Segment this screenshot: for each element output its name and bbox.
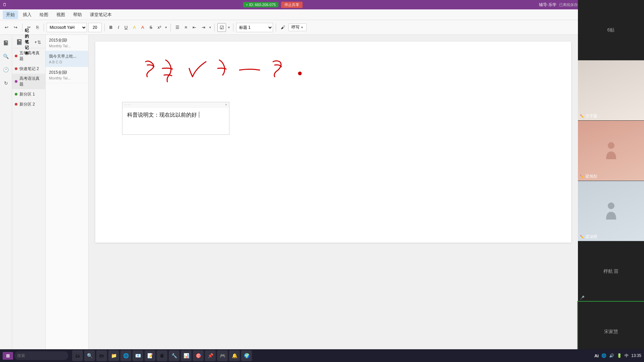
section-quicknote[interactable]: 快速笔记 2 xyxy=(12,64,45,74)
taskbar: ⊞ 🗂 🔍 🗁 📁 🌐 📧 📝 🖥 🔧 📊 🎯 📌 🎮 🔔 🌍 Ai 🌐 🔊 🔋… xyxy=(0,349,644,362)
person-silhouette-2 xyxy=(604,201,618,221)
section-label: 高考语法真题 xyxy=(19,76,43,87)
text-box-text: 科普说明文：现在比以前的好 xyxy=(127,112,197,118)
notebook-header: 📓 纪 的笔记本 ▼ ⇅ xyxy=(12,36,45,48)
notebook-header-left: 📓 纪 的笔记本 ▼ xyxy=(16,28,37,56)
text-box[interactable]: · · · · × 科普说明文：现在比以前的好 xyxy=(122,102,229,135)
indent-button[interactable]: ⇥ xyxy=(200,24,207,31)
page-canvas: · · · · × 科普说明文：现在比以前的好 xyxy=(95,42,571,243)
text-cursor xyxy=(199,112,199,118)
sort-icon[interactable]: ⇅ xyxy=(37,40,41,45)
right-panel: 6贴 王宇森 梁旭彤 梁深橙 桴 xyxy=(578,0,644,362)
video-slot-1: 6贴 xyxy=(578,0,644,60)
video-name-4: 梁深橙 xyxy=(580,234,597,240)
writing-button[interactable]: 呼写 ▼ xyxy=(288,23,307,31)
section-label: 新分区 1 xyxy=(19,92,35,97)
checkbox-button[interactable]: ☑ xyxy=(217,23,226,32)
taskbar-app-6[interactable]: 📧 xyxy=(132,350,143,361)
taskbar-search[interactable] xyxy=(14,351,68,360)
style-select[interactable]: 标题 1 xyxy=(236,23,273,32)
stop-share-button[interactable]: 停止共享 xyxy=(281,2,303,8)
section-grammar[interactable]: 高考语法真题 xyxy=(12,74,45,89)
section-dot xyxy=(15,67,17,70)
taskbar-app-7[interactable]: 📝 xyxy=(145,350,155,361)
format-painter-button[interactable]: 🖌 xyxy=(279,24,287,31)
taskbar-app-3[interactable]: 🗁 xyxy=(96,350,107,361)
video-slot-4: 梁深橙 xyxy=(578,181,644,241)
taskbar-app-15[interactable]: 🌍 xyxy=(241,350,252,361)
toolbar: ↩ ↪ ✂ ⎘ Microsoft YaH B I U A A S̶ x² ▼ … xyxy=(0,20,644,35)
taskbar-app-13[interactable]: 🎮 xyxy=(217,350,228,361)
underline-button[interactable]: U xyxy=(122,24,129,31)
slot-name-1: 6贴 xyxy=(607,27,615,33)
writing-dropdown-arrow: ▼ xyxy=(301,26,304,29)
section-new2[interactable]: 新分区 2 xyxy=(12,99,45,109)
italic-button[interactable]: I xyxy=(116,24,121,31)
highlight-button[interactable]: A xyxy=(131,24,138,31)
taskbar-app-9[interactable]: 🔧 xyxy=(169,350,179,361)
taskbar-app-10[interactable]: 📊 xyxy=(181,350,192,361)
taskbar-app-2[interactable]: 🔍 xyxy=(84,350,95,361)
taskbar-app-8[interactable]: 🖥 xyxy=(157,350,167,361)
sidebar-tool-history[interactable]: 🕐 xyxy=(2,66,10,74)
taskbar-battery-icon: 🔋 xyxy=(617,353,622,358)
taskbar-app-1[interactable]: 🗂 xyxy=(72,350,83,361)
person-silhouette xyxy=(604,141,618,161)
sidebar-tool-sync[interactable]: ↻ xyxy=(2,79,10,87)
sidebar-tool-search[interactable]: 🔍 xyxy=(2,52,10,60)
menu-view[interactable]: 视图 xyxy=(53,10,68,19)
font-family-select[interactable]: Microsoft YaH xyxy=(47,23,87,32)
numbering-button[interactable]: ≡ xyxy=(183,24,190,31)
menu-insert[interactable]: 插入 xyxy=(19,10,35,19)
section-label: 快速笔记 2 xyxy=(19,66,39,72)
taskbar-app-11[interactable]: 🎯 xyxy=(193,350,204,361)
notebook-icon: 📓 xyxy=(16,39,23,45)
ai-label: Ai xyxy=(594,353,599,358)
bullets-button[interactable]: ☰ xyxy=(173,24,181,31)
id-label: ID: 660-206-075 xyxy=(249,3,276,7)
taskbar-app-12[interactable]: 📌 xyxy=(205,350,216,361)
undo-button[interactable]: ↩ xyxy=(3,24,10,31)
menu-notebook[interactable]: 课堂笔记本 xyxy=(87,10,115,19)
taskbar-app-5[interactable]: 🌐 xyxy=(120,350,131,361)
handwriting-svg xyxy=(129,55,364,88)
page-item-1[interactable]: 2015全国I Monthly Tal... xyxy=(46,35,88,51)
slot-name-6: 宋家慧 xyxy=(604,329,618,335)
outdent-button[interactable]: ⇤ xyxy=(191,24,198,31)
superscript-button[interactable]: x² xyxy=(156,24,163,31)
notebook-dropdown-arrow[interactable]: ▼ xyxy=(34,41,37,44)
title-bar: 🗒 ID: 660-206-075 停止共享 辅导·乐学 已离线保存(错误) 🔍… xyxy=(0,0,644,9)
id-badge: ID: 660-206-075 xyxy=(243,2,278,7)
svg-point-1 xyxy=(608,142,614,149)
mic-muted-icon: 🎤 xyxy=(580,296,585,300)
taskbar-app-14[interactable]: 🔔 xyxy=(229,350,240,361)
font-color-button[interactable]: A xyxy=(139,24,146,31)
format-dropdown-arrow[interactable]: ▼ xyxy=(165,26,168,29)
text-box-close[interactable]: × xyxy=(225,103,227,107)
writing-label: 呼写 xyxy=(291,24,300,30)
taskbar-app-4[interactable]: 📁 xyxy=(108,350,119,361)
page-item-2[interactable]: 我今天早上吃... A B C D xyxy=(46,51,88,67)
taskbar-start-button[interactable]: ⊞ xyxy=(3,352,13,360)
page-item-3[interactable]: 2015全国I Monthly Tal... xyxy=(46,67,88,83)
toolbar-sep-6 xyxy=(233,23,233,32)
strikethrough-button[interactable]: S̶ xyxy=(148,24,154,31)
menu-bar: 开始 插入 绘图 视图 帮助 课堂笔记本 共享 xyxy=(0,9,644,20)
page-title: 2015全国I xyxy=(49,70,85,75)
text-box-content[interactable]: 科普说明文：现在比以前的好 xyxy=(122,108,229,134)
list-dropdown-arrow[interactable]: ▼ xyxy=(209,26,212,29)
menu-help[interactable]: 帮助 xyxy=(70,10,85,19)
title-bar-left: 🗒 xyxy=(3,2,7,7)
menu-start[interactable]: 开始 xyxy=(3,10,18,19)
bold-button[interactable]: B xyxy=(107,24,114,31)
section-new1[interactable]: 新分区 1 xyxy=(12,89,45,99)
sidebar-tool-notebook[interactable]: 📓 xyxy=(2,39,10,47)
checkbox-dropdown-arrow[interactable]: ▼ xyxy=(227,26,230,29)
taskbar-network-icon: 🌐 xyxy=(601,353,606,358)
menu-draw[interactable]: 绘图 xyxy=(36,10,52,19)
taskbar-volume-icon: 🔊 xyxy=(609,353,614,358)
page-sub: A B C D xyxy=(49,60,85,64)
font-size-input[interactable] xyxy=(88,23,102,32)
slot-name-5: 桴航 苗 xyxy=(603,268,619,275)
taskbar-right: Ai 🌐 🔊 🔋 中 13:35 xyxy=(594,353,641,359)
